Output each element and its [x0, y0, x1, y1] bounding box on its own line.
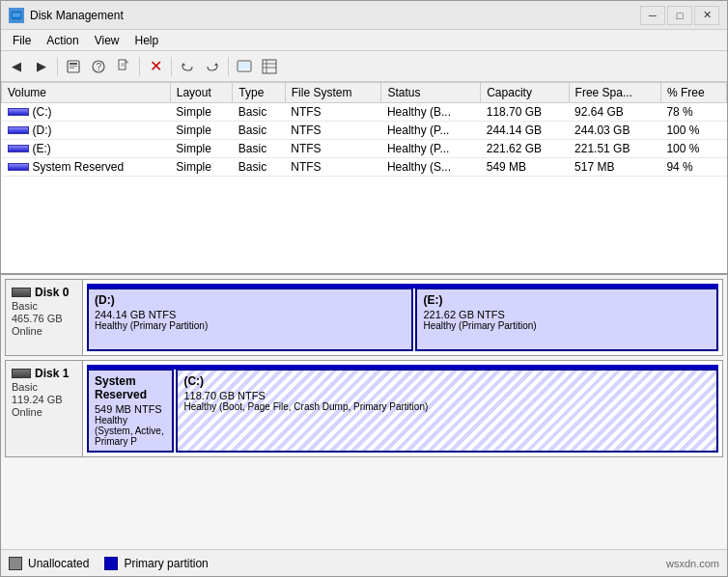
undo-button[interactable]: [176, 55, 199, 78]
table-cell-1: Simple: [170, 103, 233, 122]
volume-table-area[interactable]: Volume Layout Type File System Status Ca…: [1, 82, 727, 275]
partition-size-1-1: 118.70 GB NTFS: [183, 390, 711, 401]
main-content: Volume Layout Type File System Status Ca…: [1, 82, 727, 549]
table-cell-7: 78 %: [660, 103, 726, 122]
svg-rect-9: [119, 60, 126, 69]
main-window: Disk Management ─ □ ✕ File Action View H…: [0, 0, 728, 577]
partition-name-0-1: (E:): [423, 293, 711, 307]
partition-status-1-0: Healthy (System, Active, Primary P: [95, 415, 166, 447]
toolbar-sep-1: [57, 57, 58, 76]
partition-status-1-1: Healthy (Boot, Page File, Crash Dump, Pr…: [183, 401, 711, 412]
partition-name-0-0: (D:): [95, 293, 406, 307]
table-cell-7: 100 %: [660, 140, 726, 158]
col-filesystem[interactable]: File System: [285, 83, 381, 103]
app-icon: [9, 8, 24, 23]
table-cell-1: Simple: [170, 122, 233, 140]
disk-name-1: Disk 1: [12, 367, 76, 380]
help-button[interactable]: ?: [87, 55, 110, 78]
svg-marker-10: [126, 60, 128, 63]
menu-file[interactable]: File: [5, 32, 39, 49]
redo-button[interactable]: [201, 55, 224, 78]
new-button[interactable]: [112, 55, 135, 78]
table-cell-3: NTFS: [285, 122, 381, 140]
drive-icon: [8, 108, 29, 116]
delete-button[interactable]: ✕: [144, 55, 167, 78]
table-header-row: Volume Layout Type File System Status Ca…: [2, 83, 727, 103]
svg-rect-5: [70, 66, 77, 67]
minimize-button[interactable]: ─: [640, 6, 665, 25]
table-row[interactable]: (C:)SimpleBasicNTFSHealthy (B...118.70 G…: [2, 103, 727, 122]
table-cell-1: Simple: [170, 140, 233, 158]
partition-1-1[interactable]: (C:) 118.70 GB NTFS Healthy (Boot, Page …: [176, 369, 718, 453]
col-freespace[interactable]: Free Spa...: [569, 83, 660, 103]
table-cell-5: 244.14 GB: [481, 122, 569, 140]
table-cell-6: 517 MB: [569, 158, 660, 177]
table-row[interactable]: (E:)SimpleBasicNTFSHealthy (P...221.62 G…: [2, 140, 727, 158]
table-cell-7: 94 %: [660, 158, 726, 177]
svg-rect-4: [70, 63, 77, 65]
menu-action[interactable]: Action: [39, 32, 86, 49]
table-cell-6: 221.51 GB: [569, 140, 660, 158]
close-button[interactable]: ✕: [694, 6, 719, 25]
partition-0-1[interactable]: (E:) 221.62 GB NTFS Healthy (Primary Par…: [415, 288, 718, 351]
disk-row-0: Disk 0 Basic 465.76 GB Online (D:) 244.1…: [5, 279, 723, 356]
partition-1-0[interactable]: System Reserved 549 MB NTFS Healthy (Sys…: [87, 369, 174, 453]
col-capacity[interactable]: Capacity: [481, 83, 569, 103]
table-cell-5: 549 MB: [481, 158, 569, 177]
disk-status-1: Online: [12, 406, 76, 418]
table-cell-4: Healthy (S...: [381, 158, 481, 177]
disk-info-0: Disk 0 Basic 465.76 GB Online: [6, 280, 83, 355]
col-layout[interactable]: Layout: [170, 83, 233, 103]
table-cell-2: Basic: [233, 103, 285, 122]
menu-bar: File Action View Help: [1, 30, 727, 51]
table-row[interactable]: System ReservedSimpleBasicNTFSHealthy (S…: [2, 158, 727, 177]
legend-primary-label: Primary partition: [124, 557, 208, 570]
col-type[interactable]: Type: [233, 83, 285, 103]
grid-button[interactable]: [258, 55, 281, 78]
drive-icon: [8, 145, 29, 152]
back-button[interactable]: ◀: [5, 55, 28, 78]
col-volume[interactable]: Volume: [2, 83, 171, 103]
col-percentfree[interactable]: % Free: [660, 83, 726, 103]
disk-type-1: Basic: [12, 381, 76, 393]
menu-view[interactable]: View: [87, 32, 127, 49]
properties-button[interactable]: [62, 55, 85, 78]
table-cell-4: Healthy (P...: [381, 122, 481, 140]
legend-unallocated-label: Unallocated: [28, 557, 89, 570]
redo-icon: [205, 59, 220, 74]
maximize-button[interactable]: □: [667, 6, 692, 25]
partition-size-0-1: 221.62 GB NTFS: [423, 309, 711, 320]
drive-icon: [8, 126, 29, 134]
disk-status-0: Online: [12, 325, 76, 337]
disk-type-0: Basic: [12, 300, 76, 312]
toolbar-sep-4: [228, 57, 229, 76]
help-icon: ?: [91, 59, 106, 74]
table-cell-5: 118.70 GB: [481, 103, 569, 122]
partition-status-0-1: Healthy (Primary Partition): [423, 320, 711, 331]
properties-icon: [66, 59, 81, 74]
partition-0-0[interactable]: (D:) 244.14 GB NTFS Healthy (Primary Par…: [87, 288, 413, 351]
table-cell-3: NTFS: [285, 103, 381, 122]
new-icon: [116, 59, 131, 74]
table-cell-4: Healthy (B...: [381, 103, 481, 122]
partition-name-1-0: System Reserved: [95, 374, 166, 401]
table-cell-0: (D:): [2, 122, 171, 140]
refresh-button[interactable]: [233, 55, 256, 78]
toolbar-sep-2: [139, 57, 140, 76]
toolbar: ◀ ▶ ? ✕: [1, 51, 727, 82]
table-cell-2: Basic: [233, 158, 285, 177]
legend-primary-box: [104, 557, 118, 570]
disk-label-0: Disk 0: [35, 286, 69, 299]
table-cell-4: Healthy (P...: [381, 140, 481, 158]
menu-help[interactable]: Help: [127, 32, 167, 49]
table-row[interactable]: (D:)SimpleBasicNTFSHealthy (P...244.14 G…: [2, 122, 727, 140]
disk-visual-area[interactable]: Disk 0 Basic 465.76 GB Online (D:) 244.1…: [1, 275, 727, 549]
svg-rect-15: [263, 60, 276, 73]
table-cell-2: Basic: [233, 140, 285, 158]
table-cell-5: 221.62 GB: [481, 140, 569, 158]
forward-button[interactable]: ▶: [30, 55, 53, 78]
partition-size-1-0: 549 MB NTFS: [95, 403, 166, 415]
partition-size-0-0: 244.14 GB NTFS: [95, 309, 406, 320]
col-status[interactable]: Status: [381, 83, 481, 103]
table-cell-0: (E:): [2, 140, 171, 158]
